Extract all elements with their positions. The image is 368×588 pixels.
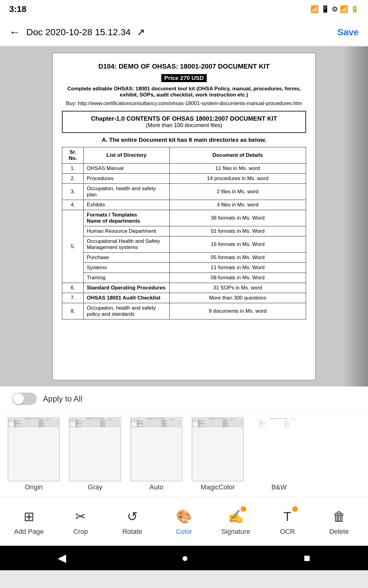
table-row: 5.Formats / TemplatesName of departments… — [62, 210, 306, 226]
tool-delete[interactable]: 🗑Delete — [319, 507, 359, 536]
filter-thumb: A. The entire Document kit has 8 main di… — [192, 417, 244, 481]
doc-url: Buy: http://www.certificationconsultancy… — [62, 100, 306, 107]
tool-label: Color — [176, 528, 192, 536]
table-row: 8.Occupation, health and safetypolicy an… — [62, 303, 306, 319]
filter-item-bw[interactable]: A. The entire Document kit has 8 main di… — [248, 417, 310, 491]
filter-item-gray[interactable]: A. The entire Document kit has 8 main di… — [64, 417, 126, 491]
delete-icon: 🗑 — [330, 507, 348, 526]
badge-dot — [292, 506, 298, 512]
nav-recent[interactable]: ■ — [304, 552, 310, 564]
table-row: Purchase05 formats in Ms. Word — [62, 253, 306, 263]
back-button[interactable]: ← — [9, 26, 20, 39]
page-edge — [343, 47, 368, 386]
col-details: Document of Details — [170, 147, 306, 164]
filters-row: A. The entire Document kit has 8 main di… — [0, 411, 368, 497]
document-title: Doc 2020-10-28 15.12.34 — [26, 27, 131, 37]
table-row: 4.Exhibits4 files in Ms. word — [62, 200, 306, 210]
filter-thumb: A. The entire Document kit has 8 main di… — [8, 417, 60, 481]
filter-thumb: A. The entire Document kit has 8 main di… — [130, 417, 182, 481]
table-row: Systems11 formats in Ms. Word — [62, 263, 306, 273]
status-icons: 📶 📱 ⊙ 📶 🔋 — [310, 5, 359, 13]
table-row: Occupational Health and SafetyManagement… — [62, 236, 306, 253]
toggle-thumb — [13, 393, 24, 404]
sim-icon: 📱 — [321, 5, 329, 13]
tool-rotate[interactable]: ↺Rotate — [112, 507, 152, 536]
add-page-icon: ⊞ — [20, 507, 38, 526]
crop-icon: ✂ — [71, 507, 90, 526]
apply-to-all-row: Apply to All — [0, 386, 368, 411]
tool-label: OCR — [280, 528, 295, 536]
filter-label: B&W — [271, 483, 287, 491]
table-row: 3.Occupation, health and safety plan2 fi… — [62, 184, 306, 200]
document-area: D104: DEMO OF OHSAS: 18001-2007 DOCUMENT… — [0, 47, 368, 386]
chapter-sub: (More than 100 document files) — [66, 122, 302, 129]
color-icon: 🎨 — [175, 507, 193, 526]
tool-label: Delete — [329, 528, 349, 536]
filter-item-auto[interactable]: A. The entire Document kit has 8 main di… — [126, 417, 187, 491]
doc-main-title: D104: DEMO OF OHSAS: 18001-2007 DOCUMENT… — [62, 62, 306, 70]
table-row: Training08 formats in Ms. Word — [62, 273, 306, 283]
rotate-icon: ↺ — [123, 507, 141, 526]
signature-icon: ✍ — [227, 507, 245, 526]
col-sr: Sr.No. — [62, 147, 84, 164]
price-badge: Price 270 USD — [161, 74, 207, 82]
nav-bar: ◀ ● ■ — [0, 546, 368, 570]
header-left: ← Doc 2020-10-28 15.12.34 ↗︎ — [9, 26, 145, 39]
section-title: A. The entire Document kit has 8 main di… — [62, 137, 306, 143]
filter-label: MagicColor — [201, 483, 235, 491]
battery-icon: 🔋 — [351, 5, 359, 13]
document-content: D104: DEMO OF OHSAS: 18001-2007 DOCUMENT… — [52, 53, 316, 380]
table-row: 2.Procedures14 procedures in Ms. word — [62, 174, 306, 184]
header: ← Doc 2020-10-28 15.12.34 ↗︎ Save — [0, 18, 368, 46]
table-row: Human Resource Department01 formats in M… — [62, 226, 306, 236]
tool-ocr[interactable]: TOCR — [267, 507, 307, 536]
filter-item-magiccolor[interactable]: A. The entire Document kit has 8 main di… — [187, 417, 248, 491]
filter-thumb: A. The entire Document kit has 8 main di… — [253, 417, 305, 481]
export-icon[interactable]: ↗︎ — [137, 26, 145, 38]
table-row: 1.OHSAS Manual11 files in Ms. word — [62, 164, 306, 174]
filter-thumb: A. The entire Document kit has 8 main di… — [69, 417, 121, 481]
filter-item-origin[interactable]: A. The entire Document kit has 8 main di… — [3, 417, 64, 491]
ocr-icon: T — [278, 507, 297, 526]
tool-label: Signature — [221, 528, 250, 536]
wifi-icon: 📶 — [340, 5, 348, 13]
tool-label: Add Page — [14, 528, 44, 536]
tool-label: Crop — [73, 528, 88, 536]
apply-label: Apply to All — [43, 394, 82, 404]
table-row: 7.OHSAS 18001 Audit ChecklistMore than 3… — [62, 293, 306, 303]
tool-signature[interactable]: ✍Signature — [216, 507, 256, 536]
filter-label: Gray — [88, 483, 102, 491]
filter-label: Origin — [25, 483, 43, 491]
apply-toggle[interactable] — [12, 393, 37, 405]
chapter-box: Chapter-1.0 CONTENTS OF OHSAS 18001:2007… — [62, 111, 306, 133]
header-actions: Save — [337, 27, 359, 37]
record-icon: ⊙ — [332, 5, 337, 13]
filter-label: Auto — [149, 483, 163, 491]
tool-color[interactable]: 🎨Color — [164, 507, 204, 536]
nav-home[interactable]: ● — [182, 552, 188, 564]
badge-dot — [241, 506, 246, 512]
toolbar: ⊞Add Page✂Crop↺Rotate🎨Color✍SignatureTOC… — [0, 497, 368, 546]
col-directory: List of Directory — [84, 147, 170, 164]
signal-icon: 📶 — [310, 5, 319, 13]
status-time: 3:18 — [9, 4, 26, 14]
nav-back[interactable]: ◀ — [58, 552, 66, 564]
tool-label: Rotate — [122, 528, 142, 536]
table-row: 6.Standard Operating Procedures31 SOPs i… — [62, 283, 306, 293]
doc-subtitle: Complete editable OHSAS: 18001 document … — [62, 86, 306, 98]
status-bar: 3:18 📶 📱 ⊙ 📶 🔋 — [0, 0, 368, 18]
tool-add-page[interactable]: ⊞Add Page — [9, 507, 49, 536]
chapter-title: Chapter-1.0 CONTENTS OF OHSAS 18001:2007… — [66, 115, 302, 122]
directory-table: Sr.No. List of Directory Document of Det… — [62, 147, 306, 319]
save-button[interactable]: Save — [337, 27, 359, 37]
tool-crop[interactable]: ✂Crop — [61, 507, 101, 536]
